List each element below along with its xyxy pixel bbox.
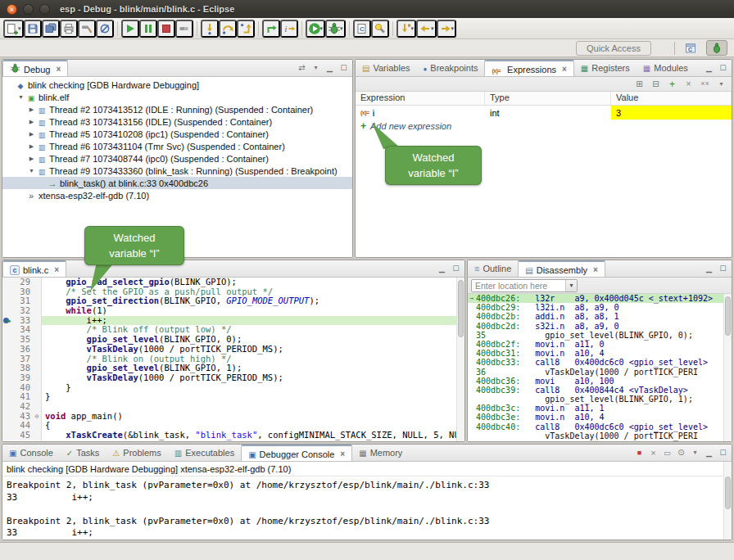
close-tab-icon[interactable]: × (593, 265, 598, 274)
debug-button[interactable]: ▾ (325, 20, 346, 38)
remove-all-icon[interactable]: ×× (698, 78, 712, 90)
maximize-button[interactable]: ☐ (450, 263, 462, 274)
step-over-button[interactable] (219, 20, 237, 38)
view-menu-icon[interactable]: ▾ (714, 78, 728, 90)
expand-arrow-icon[interactable]: ▶ (27, 156, 36, 162)
pin-console-icon[interactable]: ⊙ (675, 447, 687, 458)
tab-blink-c[interactable]: c blink.c × (2, 260, 66, 278)
debug-tree-row[interactable]: ▶▥Thread #5 1073410208 (ipc1) (Suspended… (2, 128, 352, 140)
tab-console[interactable]: ▣Console (2, 445, 60, 461)
debug-tree-row[interactable]: ▶▥Thread #2 1073413512 (IDLE : Running) … (2, 103, 352, 115)
scrollbar-thumb[interactable] (458, 280, 464, 337)
tab-problems[interactable]: ⚠Problems (106, 445, 167, 461)
resume-button[interactable] (121, 20, 139, 38)
skip-breakpoints-button[interactable] (96, 20, 114, 38)
minimize-button[interactable]: ▁ (436, 263, 448, 274)
tab-debugger-console[interactable]: ▣Debugger Console× (241, 445, 352, 462)
fold-marker[interactable]: ⊖ (33, 412, 42, 422)
minimize-button[interactable]: ▁ (324, 62, 336, 74)
column-header-expression[interactable]: Expression (356, 92, 485, 105)
minimize-button-icon[interactable]: ▁ (703, 62, 715, 74)
scrollbar-thumb[interactable] (725, 296, 731, 336)
maximize-button[interactable]: ☐ (338, 62, 350, 74)
disassembly-vertical-scrollbar[interactable] (723, 294, 732, 441)
tab-tasks[interactable]: ✓Tasks (60, 445, 106, 461)
step-into-button[interactable] (201, 20, 219, 38)
window-minimize-button[interactable] (23, 4, 34, 15)
expand-arrow-icon[interactable]: ▶ (27, 106, 36, 113)
tab-memory[interactable]: ▦Memory (352, 445, 409, 461)
tab-expressions[interactable]: (x)=Expressions× (484, 60, 573, 77)
save-button[interactable] (24, 20, 42, 38)
tab-disassembly[interactable]: ▤Disassembly× (518, 260, 605, 278)
debug-tree-row[interactable]: »xtensa-esp32-elf-gdb (7.10) (2, 189, 352, 201)
tab-registers[interactable]: ▦Registers (574, 60, 637, 76)
step-return-button[interactable] (237, 20, 255, 38)
clear-console-icon[interactable]: ▭ (661, 447, 673, 458)
expand-arrow-icon[interactable]: ▼ (16, 94, 25, 100)
code-editor[interactable]: 29 gpio_pad_select_gpio(BLINK_GPIO);30 /… (2, 278, 464, 441)
debug-tree-row[interactable]: ▶▥Thread #6 1073431104 (Tmr Svc) (Suspen… (2, 140, 352, 152)
tab-debug[interactable]: Debug × (2, 60, 68, 77)
maximize-button-icon[interactable]: ☐ (717, 62, 729, 74)
expression-row[interactable]: (x)=iint3 (356, 106, 732, 120)
close-tab-icon[interactable]: × (56, 65, 61, 74)
scrollbar-thumb[interactable] (725, 476, 731, 509)
console-vertical-scrollbar[interactable] (723, 462, 732, 540)
debug-tree-row[interactable]: →blink_task() at blink.c:33 0x400dbc26 (2, 177, 352, 189)
run-button[interactable]: ▾ (306, 20, 326, 38)
suspend-button[interactable] (139, 20, 157, 38)
maximize-button-icon[interactable]: ☐ (717, 263, 729, 274)
debug-tree-row[interactable]: ▼▥Thread #9 1073433360 (blink_task : Run… (2, 165, 352, 177)
expand-arrow-icon[interactable]: ▶ (27, 119, 36, 125)
disassembly-listing[interactable]: →400dbc26: l32r a9, 0x400d045c <_stext+1… (468, 294, 732, 441)
view-menu-icon[interactable]: ▾ (689, 447, 701, 458)
new-cpp-button[interactable]: C (353, 20, 371, 38)
debug-tree-row[interactable]: ◆blink checking [GDB Hardware Debugging] (2, 79, 352, 91)
debugger-console-body[interactable]: blink checking [GDB Hardware Debugging] … (2, 462, 732, 540)
add-new-expression-row[interactable]: + Add new expression (356, 120, 732, 133)
window-close-button[interactable]: × (7, 4, 17, 15)
build-button[interactable] (78, 20, 96, 38)
window-maximize-button[interactable] (39, 4, 50, 15)
maximize-button[interactable]: ☐ (717, 447, 729, 458)
debug-tree-row[interactable]: ▶▥Thread #7 1073408744 (ipc0) (Suspended… (2, 152, 352, 165)
debug-tree-row[interactable]: ▼▣blink.elf (2, 91, 352, 103)
collapse-all-icon[interactable]: ⊟ (649, 78, 663, 90)
instruction-stepping-button[interactable]: i (280, 20, 298, 38)
search-button[interactable] (371, 20, 389, 38)
close-tab-icon[interactable]: × (54, 265, 59, 274)
chevron-down-icon[interactable]: ▼ (565, 280, 577, 291)
cpp-perspective-button[interactable]: C (680, 40, 701, 56)
terminate-button[interactable] (157, 20, 175, 38)
tab-variables[interactable]: ▤Variables (356, 60, 417, 76)
minimize-button-icon[interactable]: ▁ (703, 263, 715, 274)
column-header-type[interactable]: Type (485, 92, 611, 105)
forward-button[interactable]: ▾ (437, 20, 457, 38)
expand-arrow-icon[interactable]: ▶ (27, 131, 36, 138)
expand-arrow-icon[interactable]: ▼ (27, 168, 36, 174)
expand-arrow-icon[interactable]: ▶ (27, 143, 36, 150)
location-combo[interactable]: Enter location here ▼ (471, 279, 578, 292)
drop-to-frame-button[interactable] (262, 20, 280, 38)
add-expression-icon[interactable]: + (665, 78, 679, 90)
print-button[interactable] (60, 20, 78, 38)
remove-expression-icon[interactable]: × (682, 78, 695, 90)
disconnect-button[interactable] (175, 20, 193, 38)
tab-modules[interactable]: ▦Modules (637, 60, 695, 76)
minimize-button[interactable]: ▁ (703, 447, 715, 458)
close-tab-icon[interactable]: × (340, 449, 345, 458)
editor-vertical-scrollbar[interactable] (456, 278, 464, 441)
debug-tree-row[interactable]: ▶▥Thread #3 1073413156 (IDLE) (Suspended… (2, 115, 352, 128)
tab-outline[interactable]: ≡Outline (468, 260, 518, 277)
last-edit-button[interactable]: ▾ (396, 20, 417, 38)
link-with-editor-icon[interactable]: ⇄ (296, 62, 308, 74)
debug-perspective-button[interactable] (706, 40, 727, 56)
remove-launch-icon[interactable]: × (647, 447, 659, 458)
view-menu-icon[interactable]: ▾ (310, 62, 322, 74)
close-tab-icon[interactable]: × (562, 65, 567, 74)
terminate-red-icon[interactable]: ■ (633, 447, 646, 458)
column-header-value[interactable]: Value (611, 92, 732, 105)
quick-access-button[interactable]: Quick Access (576, 41, 651, 56)
tab-breakpoints[interactable]: ●Breakpoints (417, 60, 485, 76)
